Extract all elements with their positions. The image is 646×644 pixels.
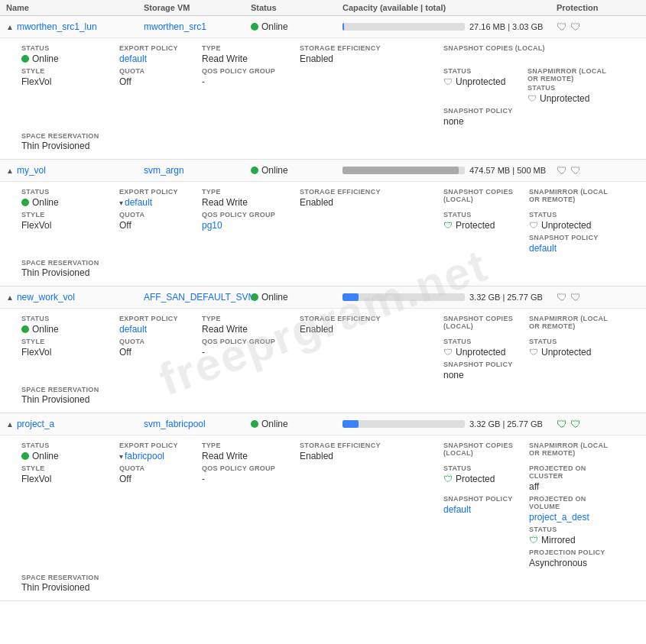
shield-icon-4b: 🛡 <box>570 418 581 430</box>
chevron-icon-1[interactable]: ▲ <box>6 23 14 31</box>
storage-vm-link-3[interactable]: AFF_SAN_DEFAULT_SVM <box>144 292 255 303</box>
volume-name-link-2[interactable]: my_vol <box>17 165 46 176</box>
green-dot-4 <box>251 420 258 428</box>
capacity-bar-fill-3 <box>342 293 359 301</box>
capacity-cell-4: 3.32 GB | 25.77 GB <box>342 419 557 429</box>
status-cell-3: Online <box>251 292 342 303</box>
detail-row4-line5: PROJECTION POLICY Asynchronous <box>0 547 646 570</box>
status-cell-4: Online <box>251 419 342 429</box>
capacity-text-1: 27.16 MB | 3.03 GB <box>469 22 543 31</box>
green-dot-3 <box>251 293 258 301</box>
qos-section-1: QOS POLICY GROUP - <box>202 67 294 104</box>
status-text-3: Online <box>261 292 288 303</box>
status-cell-1: Online <box>251 21 342 32</box>
name-cell-4: ▲ project_a <box>6 419 144 429</box>
detail-row2-snappolicy: SNAPSHOT POLICY default <box>0 232 646 255</box>
storage-vm-link-4[interactable]: svm_fabricpool <box>144 419 206 429</box>
shield-sm-1b: 🛡 <box>528 93 537 104</box>
chevron-icon-3[interactable]: ▲ <box>6 293 14 302</box>
chevron-icon-4[interactable]: ▲ <box>6 420 14 429</box>
detail-row1-line1: STATUS Online EXPORT POLICY default TYPE… <box>0 38 646 66</box>
space-reservation-section-2: SPACE RESERVATION Thin Provisioned <box>0 255 646 286</box>
green-dot-2 <box>251 167 258 174</box>
status-text-2: Online <box>261 165 288 176</box>
row-summary-3: ▲ new_work_vol AFF_SAN_DEFAULT_SVM Onlin… <box>0 286 646 309</box>
storage-vm-cell-3: AFF_SAN_DEFAULT_SVM <box>144 292 251 303</box>
shield-sm-1a: 🛡 <box>443 76 453 87</box>
storage-vm-link-2[interactable]: svm_argn <box>144 165 184 176</box>
detail-row3-line1: STATUS Online EXPORT POLICY default TYPE… <box>0 309 646 336</box>
col-status: Status <box>251 3 342 12</box>
chevron-icon-2[interactable]: ▲ <box>6 167 14 175</box>
col-name: Name <box>6 3 144 12</box>
detail-row4-line1: STATUS Online EXPORT POLICY ▾ fabricpool… <box>0 435 646 463</box>
protection-cell-3: 🛡 🛡 <box>557 291 646 303</box>
shield-icon-2a: 🛡 <box>557 164 567 176</box>
col-storage-vm: Storage VM <box>144 3 251 12</box>
col-capacity: Capacity (available | total) <box>342 3 557 12</box>
detail-row1-line2: STYLE FlexVol QUOTA Off QOS POLICY GROUP… <box>0 66 646 105</box>
space-reservation-section-1: SPACE RESERVATION Thin Provisioned <box>0 128 646 159</box>
storage-efficiency-section-1: STORAGE EFFICIENCY Enabled <box>300 44 437 64</box>
detail-row1-snappolicy: SNAPSHOT POLICY none <box>0 105 646 128</box>
detail-row3-snappolicy: SNAPSHOT POLICY none <box>0 359 646 382</box>
row-container-3: ▲ new_work_vol AFF_SAN_DEFAULT_SVM Onlin… <box>0 286 646 413</box>
capacity-bar-fill-1 <box>342 23 344 31</box>
row-summary-4: ▲ project_a svm_fabricpool Online 3.32 G… <box>0 413 646 435</box>
snap-mirror-status-1: STATUS 🛡 Unprotected SNAPMIRROR (LOCAL O… <box>443 67 612 104</box>
shield-icon-1b: 🛡 <box>570 21 581 33</box>
volume-name-link-3[interactable]: new_work_vol <box>17 292 75 303</box>
col-protection: Protection <box>557 3 646 12</box>
green-dot-1 <box>251 23 258 31</box>
detail-row4-line4: STATUS 🛡 Mirrored <box>0 524 646 547</box>
storage-vm-link-1[interactable]: mworthen_src1 <box>144 21 206 32</box>
protection-cell-2: 🛡 🛡 <box>557 164 646 176</box>
capacity-bar-fill-2 <box>342 167 459 174</box>
shield-icon-3b: 🛡 <box>570 291 581 303</box>
capacity-bar-container-1 <box>342 23 465 31</box>
row-container-1: ▲ mworthen_src1_lun mworthen_src1 Online… <box>0 16 646 160</box>
storage-vm-cell-4: svm_fabricpool <box>144 419 251 429</box>
detail-row3-line2: STYLE FlexVol QUOTA Off QOS POLICY GROUP… <box>0 336 646 359</box>
capacity-cell-1: 27.16 MB | 3.03 GB <box>342 22 557 31</box>
storage-vm-cell-2: svm_argn <box>144 165 251 176</box>
row-container-4: ▲ project_a svm_fabricpool Online 3.32 G… <box>0 413 646 601</box>
status-text-4: Online <box>261 419 288 429</box>
capacity-bar-container-3 <box>342 293 465 301</box>
shield-icon-1a: 🛡 <box>557 21 567 33</box>
space-reservation-section-3: SPACE RESERVATION Thin Provisioned <box>0 382 646 413</box>
status-text-1: Online <box>261 21 288 32</box>
protection-cell-4: 🛡 🛡 <box>557 418 646 430</box>
capacity-bar-container-4 <box>342 420 465 428</box>
status-dot-1 <box>21 55 29 63</box>
name-cell-3: ▲ new_work_vol <box>6 292 144 303</box>
volume-name-link-1[interactable]: mworthen_src1_lun <box>17 21 97 32</box>
capacity-text-3: 3.32 GB | 25.77 GB <box>469 293 543 302</box>
quota-section-1: QUOTA Off <box>119 67 196 104</box>
row-container-2: ▲ my_vol svm_argn Online 474.57 MB | 500… <box>0 160 646 286</box>
row-summary-2: ▲ my_vol svm_argn Online 474.57 MB | 500… <box>0 160 646 182</box>
detail-row2-line2: STYLE FlexVol QUOTA Off QOS POLICY GROUP… <box>0 209 646 232</box>
shield-icon-2b: 🛡 <box>570 164 581 176</box>
capacity-cell-3: 3.32 GB | 25.77 GB <box>342 293 557 302</box>
capacity-bar-fill-4 <box>342 420 359 428</box>
name-cell-1: ▲ mworthen_src1_lun <box>6 21 144 32</box>
protection-cell-1: 🛡 🛡 <box>557 21 646 33</box>
storage-vm-cell-1: mworthen_src1 <box>144 21 251 32</box>
detail-row4-line2: STYLE FlexVol QUOTA Off QOS POLICY GROUP… <box>0 463 646 494</box>
table-header: Name Storage VM Status Capacity (availab… <box>0 0 646 16</box>
capacity-text-2: 474.57 MB | 500 MB <box>469 166 546 175</box>
capacity-bar-container-2 <box>342 167 465 174</box>
row-summary-1: ▲ mworthen_src1_lun mworthen_src1 Online… <box>0 16 646 38</box>
type-section-1: TYPE Read Write <box>202 44 294 64</box>
capacity-text-4: 3.32 GB | 25.77 GB <box>469 419 543 429</box>
shield-icon-3a: 🛡 <box>557 291 567 303</box>
detail-row4-line3: SNAPSHOT POLICY default PROJECTED ON VOL… <box>0 494 646 524</box>
shield-icon-4a: 🛡 <box>557 418 567 430</box>
export-policy-section-1: EXPORT POLICY default <box>119 44 196 64</box>
capacity-cell-2: 474.57 MB | 500 MB <box>342 166 557 175</box>
space-reservation-section-4: SPACE RESERVATION Thin Provisioned <box>0 570 646 600</box>
snapshot-copies-section-1: SNAPSHOT COPIES (LOCAL) <box>443 44 612 64</box>
status-section-1: STATUS Online <box>21 44 113 64</box>
volume-name-link-4[interactable]: project_a <box>17 419 54 429</box>
